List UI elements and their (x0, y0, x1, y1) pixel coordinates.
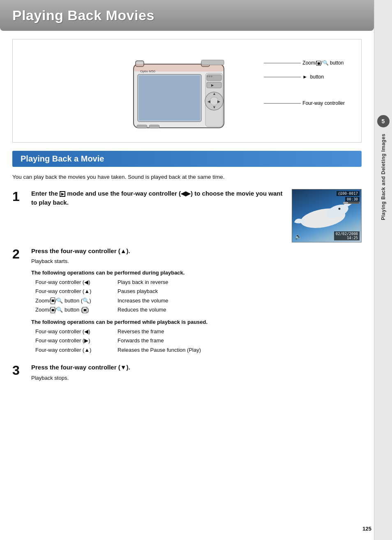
op-row-1: Four-way controller (◀) Plays back in re… (35, 278, 362, 286)
preview-date: 02/02/200814:25 (334, 231, 360, 240)
main-title-banner: Playing Back Movies (0, 0, 374, 31)
op-desc-1: Plays back in reverse (118, 278, 168, 286)
camera-illustration: Optio M50 ▶ ▲ ▼ ◀ ▶ (121, 48, 253, 134)
step-1-number: 1 (12, 190, 27, 203)
step-1-title: Enter the ▶ mode and use the four-way co… (31, 189, 285, 208)
svg-text:▶: ▶ (211, 83, 214, 87)
op-controller-2: Four-way controller (▲) (35, 287, 118, 295)
step-3-content: Press the four-way controller (▼). Playb… (31, 363, 362, 382)
callout-play-label: ► button (302, 74, 324, 80)
page-number: 125 (362, 526, 371, 532)
op-paused-row-3: Four-way controller (▲) Releases the Pau… (35, 346, 362, 354)
step-1-container: 1 Enter the ▶ mode and use the four-way … (12, 189, 362, 242)
intro-paragraph: You can play back the movies you have ta… (12, 173, 362, 182)
movie-preview-thumbnail: ⎙100-0017 00:30 02/02/200814:25 🔈 (292, 189, 362, 242)
step-3-container: 3 Press the four-way controller (▼). Pla… (12, 363, 362, 382)
sidebar-chapter-label: Playing Back and Deleting Images (380, 134, 386, 220)
sidebar-chapter-number: 5 (382, 118, 385, 125)
op-paused-row-2: Four-way controller (▶) Forwards the fra… (35, 337, 362, 345)
callout-play: ► button (264, 74, 345, 80)
step-2-container: 2 Press the four-way controller (▲). Pla… (12, 247, 362, 359)
operations-paused-title: The following operations can be performe… (31, 319, 362, 325)
operations-during-table: Four-way controller (◀) Plays back in re… (35, 278, 362, 314)
callout-zoom: Zoom/◼/🔍 button (264, 60, 345, 66)
op-paused-desc-1: Reverses the frame (118, 328, 164, 336)
svg-rect-10 (207, 82, 221, 88)
op-controller-1: Four-way controller (◀) (35, 278, 118, 286)
operations-paused-section: The following operations can be performe… (31, 319, 362, 354)
svg-text:Optio M50: Optio M50 (140, 69, 155, 73)
section-title-banner: Playing Back a Movie (12, 151, 362, 167)
callout-fourway-label: Four-way controller (302, 100, 345, 106)
speaker-icon: 🔈 (295, 233, 302, 240)
svg-text:▼: ▼ (212, 105, 216, 109)
op-row-3: Zoom/◼/🔍 button (🔍) Increases the volume (35, 297, 362, 305)
op-paused-desc-3: Releases the Pause function (Play) (118, 346, 201, 354)
callout-fourway: Four-way controller (264, 100, 345, 106)
svg-rect-18 (137, 125, 147, 128)
right-sidebar: 5 Playing Back and Deleting Images (374, 0, 392, 540)
svg-text:◀: ◀ (208, 99, 210, 104)
op-paused-row-1: Four-way controller (◀) Reverses the fra… (35, 328, 362, 336)
step-1-layout: Enter the ▶ mode and use the four-way co… (31, 189, 362, 242)
op-desc-3: Increases the volume (118, 297, 168, 305)
step-1-text: Enter the ▶ mode and use the four-way co… (31, 189, 285, 209)
op-controller-3: Zoom/◼/🔍 button (🔍) (35, 297, 118, 305)
step-3-number: 3 (12, 364, 27, 377)
step-2-content: Press the four-way controller (▲). Playb… (31, 247, 362, 359)
play-icon-inline: ▶ (60, 191, 65, 197)
sidebar-chapter-badge: 5 (377, 115, 390, 127)
section-title: Playing Back a Movie (21, 154, 353, 164)
op-row-2: Four-way controller (▲) Pauses playback (35, 287, 362, 295)
svg-point-20 (207, 76, 208, 77)
step-3-title: Press the four-way controller (▼). (31, 363, 362, 372)
step-2-body: Playback starts. (31, 257, 362, 265)
op-paused-controller-3: Four-way controller (▲) (35, 346, 118, 354)
op-desc-2: Pauses playback (118, 287, 158, 295)
operations-during-section: The following operations can be performe… (31, 270, 362, 314)
step-3-body: Playback stops. (31, 374, 362, 382)
svg-point-22 (211, 76, 212, 77)
svg-rect-19 (149, 125, 159, 128)
op-controller-4: Zoom/◼/🔍 button (◼) (35, 306, 118, 314)
content-area: You can play back the movies you have ta… (12, 173, 362, 382)
operations-paused-table: Four-way controller (◀) Reverses the fra… (35, 328, 362, 354)
step-2-title: Press the four-way controller (▲). (31, 247, 362, 256)
op-row-4: Zoom/◼/🔍 button (◼) Reduces the volume (35, 306, 362, 314)
preview-file-id: ⎙100-0017 (337, 191, 360, 196)
camera-diagram-box: Optio M50 ▶ ▲ ▼ ◀ ▶ (12, 39, 362, 143)
preview-time: 00:30 (345, 197, 360, 202)
svg-rect-9 (207, 75, 221, 81)
preview-progress-bar (343, 202, 360, 204)
step-2-number: 2 (12, 247, 27, 261)
callout-labels: Zoom/◼/🔍 button ► button Four-way contro… (264, 60, 345, 106)
svg-point-13 (210, 97, 218, 105)
callout-zoom-label: Zoom/◼/🔍 button (302, 60, 344, 66)
svg-point-25 (339, 208, 341, 210)
svg-point-21 (209, 76, 210, 77)
main-title: Playing Back Movies (12, 7, 362, 23)
svg-text:▶: ▶ (217, 99, 220, 104)
operations-during-title: The following operations can be performe… (31, 270, 362, 276)
svg-rect-6 (139, 76, 200, 120)
camera-diagram-wrapper: Optio M50 ▶ ▲ ▼ ◀ ▶ (21, 48, 353, 134)
svg-rect-4 (201, 60, 224, 65)
svg-text:▲: ▲ (212, 92, 216, 96)
op-desc-4: Reduces the volume (118, 306, 166, 314)
step-1-content: Enter the ▶ mode and use the four-way co… (31, 189, 362, 242)
op-paused-controller-1: Four-way controller (◀) (35, 328, 118, 336)
op-paused-controller-2: Four-way controller (▶) (35, 337, 118, 345)
op-paused-desc-2: Forwards the frame (118, 337, 164, 345)
